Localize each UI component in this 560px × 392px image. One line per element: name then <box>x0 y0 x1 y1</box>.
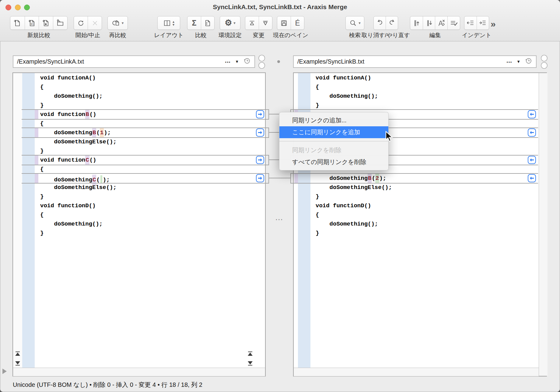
left-pane-selector[interactable] <box>258 55 265 69</box>
dropdown-icon[interactable]: ▼ <box>235 59 239 64</box>
copy-right-button[interactable] <box>256 128 264 137</box>
code-segment: doSomething(); <box>40 93 103 100</box>
right-pane-selector[interactable] <box>541 55 548 69</box>
prev-change-button[interactable] <box>245 16 259 30</box>
doc-refresh-button[interactable]: ▾ <box>108 16 128 30</box>
left-horizontal-scrollbar[interactable] <box>13 368 265 376</box>
menu-item[interactable]: ここに同期リンクを追加 <box>279 126 388 138</box>
e-acute-button[interactable]: É <box>291 16 304 30</box>
scroll-to-last-change-button[interactable] <box>247 360 253 366</box>
doc-refresh-icon <box>112 19 120 27</box>
approve-lines-button[interactable] <box>447 16 460 30</box>
code-segment: } <box>40 230 44 236</box>
dropdown-icon[interactable]: ▼ <box>516 59 520 64</box>
copy-left-button[interactable] <box>528 156 536 164</box>
next-change-button[interactable] <box>259 16 272 30</box>
history-icon[interactable] <box>525 57 532 66</box>
code-line: { <box>40 165 266 174</box>
ellipsis-icon[interactable]: ... <box>225 59 230 62</box>
copy-right-button[interactable] <box>256 156 264 164</box>
code-segment: { <box>40 120 44 127</box>
toolbar-group-変更 <box>245 16 272 30</box>
chevron-down-icon: ▾ <box>122 21 124 25</box>
window-chrome: SyncLinkA.txt, SyncLinkB.txt - Araxis Me… <box>0 0 560 41</box>
mouse-cursor <box>385 131 396 144</box>
toolbar-label: インデント <box>437 31 516 39</box>
minimize-button[interactable] <box>15 5 21 10</box>
scroll-to-first-change-button[interactable] <box>247 351 253 357</box>
sync-link-connector <box>269 178 290 178</box>
pane-up-button[interactable] <box>410 16 423 30</box>
spell-check-button[interactable] <box>435 16 447 30</box>
code-line: } <box>40 101 266 110</box>
pane-up-icon <box>412 19 420 27</box>
sync-link-row <box>22 128 269 138</box>
code-line: doSomethingElse(); <box>316 183 539 192</box>
doc-new-button[interactable] <box>10 16 25 30</box>
history-icon[interactable] <box>243 57 251 66</box>
menu-item[interactable]: 同期リンクの追加... <box>279 114 388 126</box>
code-line: { <box>316 82 539 92</box>
right-file-path[interactable]: /Examples/SyncLinkB.txt <box>294 58 364 65</box>
toolbar-overflow-icon[interactable]: » <box>491 19 496 29</box>
zoom-button[interactable] <box>24 5 30 10</box>
outdent-button[interactable] <box>464 16 477 30</box>
code-segment: void functionD() <box>316 202 371 209</box>
left-file-path[interactable]: /Examples/SyncLinkA.txt <box>13 58 84 65</box>
copy-right-button[interactable] <box>256 110 264 118</box>
right-file-header[interactable]: /Examples/SyncLinkB.txt ... ▼ <box>293 55 537 68</box>
code-line: } <box>316 101 539 110</box>
doc-dots-button[interactable] <box>201 16 214 30</box>
chevron-down-icon: ▾ <box>233 21 236 25</box>
code-segment: doSomethingElse(); <box>40 138 117 145</box>
code-segment: } <box>316 230 319 236</box>
folder-new-button[interactable] <box>53 16 67 30</box>
doc-binary-button[interactable]: 01 <box>25 16 39 30</box>
chevron-updown-icon: ▴▾ <box>173 20 174 26</box>
copy-left-button[interactable] <box>528 110 536 118</box>
right-horizontal-scrollbar[interactable] <box>294 368 539 376</box>
indent-icon <box>478 19 487 27</box>
code-segment: void functionA() <box>40 75 96 81</box>
code-segment: doSomething(); <box>316 93 378 100</box>
ellipsis-icon[interactable]: ... <box>506 59 512 62</box>
code-segment: doSomething(); <box>40 221 103 227</box>
pane-down-button[interactable] <box>423 16 435 30</box>
sync-link-row <box>22 155 269 165</box>
toolbar-group-インデント <box>464 16 489 30</box>
toolbar-group-新規比較: 01 <box>10 16 68 30</box>
search-icon <box>349 19 357 27</box>
menu-item[interactable]: すべての同期リンクを削除 <box>279 156 388 168</box>
scroll-to-first-change-button[interactable] <box>15 351 20 357</box>
sigma-button[interactable]: Σ <box>187 16 201 30</box>
code-segment: } <box>40 148 44 154</box>
toolbar-group-開始/中止 <box>74 16 102 30</box>
sync-link-row <box>22 173 269 184</box>
splitter-handle[interactable]: ⋯ <box>273 215 286 224</box>
araxis-merge-window: SyncLinkA.txt, SyncLinkB.txt - Araxis Me… <box>0 0 560 392</box>
refresh-button[interactable] <box>74 16 88 30</box>
code-line: } <box>40 192 266 201</box>
layout-columns-button[interactable]: ▴▾ <box>158 16 180 30</box>
code-segment: { <box>40 84 44 90</box>
menu-separator <box>279 141 388 142</box>
doc-dots-icon <box>204 19 212 27</box>
doc-merge-button[interactable] <box>39 16 53 30</box>
sync-link-context-menu: 同期リンクの追加...ここに同期リンクを追加同期リンクを削除すべての同期リンクを… <box>279 112 389 170</box>
left-file-header[interactable]: /Examples/SyncLinkA.txt ... ▼ <box>13 55 255 68</box>
code-line: void functionA() <box>316 73 539 82</box>
close-x-icon <box>91 19 99 27</box>
code-line: doSomethingElse(); <box>40 137 266 146</box>
scroll-to-last-change-button[interactable] <box>15 360 20 366</box>
copy-left-button[interactable] <box>528 128 536 137</box>
gear-button[interactable]: ⚙▾ <box>220 16 240 30</box>
redo-button[interactable] <box>386 16 398 30</box>
search-button[interactable]: ▾ <box>346 16 364 30</box>
copy-right-button[interactable] <box>256 174 264 182</box>
undo-button[interactable] <box>374 16 386 30</box>
copy-left-button[interactable] <box>528 174 536 182</box>
indent-button[interactable] <box>477 16 489 30</box>
save-button[interactable] <box>277 16 291 30</box>
close-button[interactable] <box>5 5 11 10</box>
code-segment: doSomethingElse(); <box>40 184 117 191</box>
